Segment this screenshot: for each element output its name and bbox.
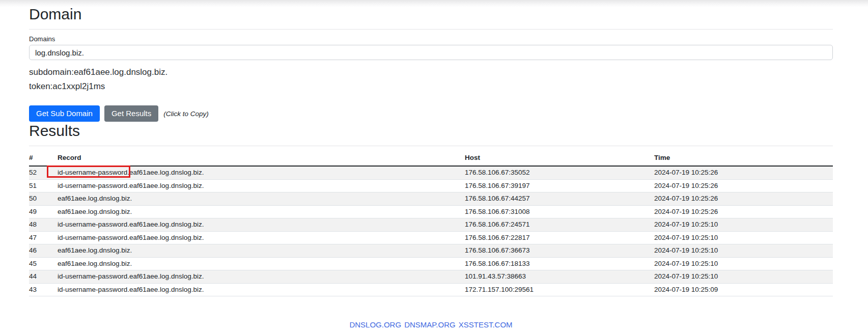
row-time-cell: 2024-07-19 10:25:26 [654, 205, 833, 218]
divider [29, 146, 833, 146]
row-record-cell: id-username-password.eaf61aee.log.dnslog… [58, 231, 465, 244]
table-row: 51 id-username-password.eaf61aee.log.dns… [29, 179, 833, 192]
row-time-cell: 2024-07-19 10:25:10 [654, 257, 833, 270]
row-host-cell: 176.58.106.67:44257 [465, 192, 654, 206]
row-num-cell: 48 [29, 218, 58, 232]
row-time-cell: 2024-07-19 10:25:10 [654, 231, 833, 244]
row-record-cell: id-username-password.eaf61aee.log.dnslog… [58, 283, 465, 296]
row-host-cell: 176.58.106.67:18133 [465, 257, 654, 270]
row-host-cell: 176.58.106.67:31008 [465, 205, 654, 218]
table-row: 46 eaf61aee.log.dnslog.biz. 176.58.106.6… [29, 244, 833, 258]
table-row: 43 id-username-password.eaf61aee.log.dns… [29, 283, 833, 296]
row-num-cell: 50 [29, 192, 58, 206]
page-container: Domain Domains subdomain:eaf61aee.log.dn… [29, 0, 833, 329]
table-row: 50 eaf61aee.log.dnslog.biz. 176.58.106.6… [29, 192, 833, 206]
header-host: Host [465, 150, 654, 166]
header-num: # [29, 150, 58, 166]
results-table: # Record Host Time 52 id-username-passwo… [29, 150, 833, 296]
row-host-cell: 172.71.157.100:29561 [465, 283, 654, 296]
row-time-cell: 2024-07-19 10:25:26 [654, 166, 833, 179]
row-record-cell: eaf61aee.log.dnslog.biz. [58, 244, 465, 258]
domains-label: Domains [29, 36, 833, 42]
red-annotation-box [47, 166, 130, 178]
footer-links: DNSLOG.ORGDNSMAP.ORGXSSTEST.COM [29, 320, 833, 329]
row-record-cell: eaf61aee.log.dnslog.biz. [58, 205, 465, 218]
row-host-cell: 101.91.43.57:38663 [465, 270, 654, 284]
row-record-cell: id-username-password.eaf61aee.log.dnslog… [58, 218, 465, 232]
row-record-cell: eaf61aee.log.dnslog.biz. [58, 192, 465, 206]
row-time-cell: 2024-07-19 10:25:10 [654, 218, 833, 232]
header-time: Time [654, 150, 833, 166]
row-num-cell: 43 [29, 283, 58, 296]
row-record-cell: id-username-password.eaf61aee.log.dnslog… [58, 270, 465, 284]
row-num-cell: 51 [29, 179, 58, 192]
table-row: 47 id-username-password.eaf61aee.log.dns… [29, 231, 833, 244]
row-num-cell: 45 [29, 257, 58, 270]
row-time-cell: 2024-07-19 10:25:26 [654, 179, 833, 192]
header-record: Record [58, 150, 465, 166]
table-row: 49 eaf61aee.log.dnslog.biz. 176.58.106.6… [29, 205, 833, 218]
row-time-cell: 2024-07-19 10:25:09 [654, 283, 833, 296]
click-to-copy-hint: (Click to Copy) [163, 110, 209, 118]
results-table-head: # Record Host Time [29, 150, 833, 166]
results-table-body: 52 id-username-password.eaf61aee.log.dns… [29, 166, 833, 296]
table-row: 44 id-username-password.eaf61aee.log.dns… [29, 270, 833, 284]
row-record-cell: id-username-password.eaf61aee.log.dnslog… [58, 179, 465, 192]
domains-input[interactable] [29, 45, 833, 60]
button-row: Get Sub Domain Get Results (Click to Cop… [29, 105, 833, 122]
footer-link-xsstest-com[interactable]: XSSTEST.COM [459, 320, 513, 329]
row-host-cell: 176.58.106.67:24571 [465, 218, 654, 232]
table-row: 52 id-username-password.eaf61aee.log.dns… [29, 166, 833, 179]
row-num-cell: 47 [29, 231, 58, 244]
divider [29, 29, 833, 30]
results-section-title: Results [29, 122, 833, 140]
token-line: token:ac1xxpl2j1ms [29, 81, 833, 92]
footer-link-dnsmap-org[interactable]: DNSMAP.ORG [404, 320, 456, 329]
footer-link-dnslog-org[interactable]: DNSLOG.ORG [349, 320, 401, 329]
row-record-cell: eaf61aee.log.dnslog.biz. [58, 257, 465, 270]
row-host-cell: 176.58.106.67:22817 [465, 231, 654, 244]
row-host-cell: 176.58.106.67:35052 [465, 166, 654, 179]
row-host-cell: 176.58.106.67:36673 [465, 244, 654, 258]
get-sub-domain-button[interactable]: Get Sub Domain [29, 105, 100, 122]
row-num-cell: 44 [29, 270, 58, 284]
get-results-button[interactable]: Get Results [104, 105, 158, 122]
row-num-cell: 46 [29, 244, 58, 258]
row-record-cell: id-username-password.eaf61aee.log.dnslog… [58, 166, 465, 179]
row-num-cell: 52 [29, 166, 58, 179]
row-time-cell: 2024-07-19 10:25:10 [654, 270, 833, 284]
subdomain-line: subdomain:eaf61aee.log.dnslog.biz. [29, 67, 833, 77]
row-time-cell: 2024-07-19 10:25:26 [654, 192, 833, 206]
table-row: 48 id-username-password.eaf61aee.log.dns… [29, 218, 833, 232]
row-time-cell: 2024-07-19 10:25:10 [654, 244, 833, 258]
domain-section-title: Domain [29, 5, 833, 23]
row-host-cell: 176.58.106.67:39197 [465, 179, 654, 192]
table-row: 45 eaf61aee.log.dnslog.biz. 176.58.106.6… [29, 257, 833, 270]
row-num-cell: 49 [29, 205, 58, 218]
